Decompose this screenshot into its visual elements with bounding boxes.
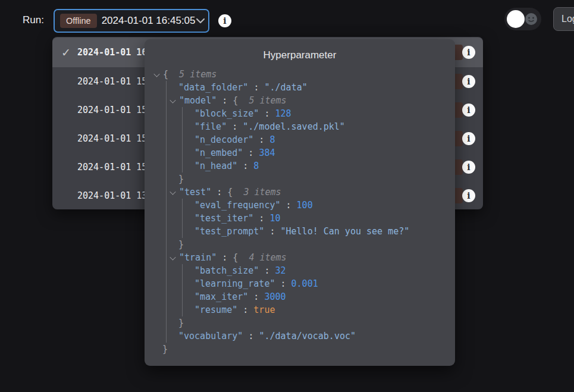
json-key: "learning_rate" xyxy=(195,278,275,289)
json-tree-line: "max_iter" : 3000 xyxy=(145,290,455,303)
json-colon: : xyxy=(253,213,269,224)
info-icon[interactable]: i xyxy=(218,14,231,27)
json-value: "./model.saved.pkl" xyxy=(243,121,345,132)
json-close-brace: } xyxy=(178,174,184,184)
json-tree-line: "data_folder" : "./data" xyxy=(145,81,455,94)
json-tree-line: } xyxy=(145,238,455,251)
json-tree-line: "model" : { 5 items xyxy=(145,94,455,107)
json-items-count: 5 items xyxy=(179,69,217,80)
json-colon: : xyxy=(217,252,233,263)
smiley-face-icon xyxy=(525,12,538,28)
json-close-brace: } xyxy=(178,318,184,328)
json-key: "eval_frequency" xyxy=(195,200,281,211)
json-tree-line: "resume" : true xyxy=(145,303,455,316)
toggle-knob[interactable] xyxy=(507,10,525,28)
json-value: 32 xyxy=(275,265,286,276)
json-tree-line: "n_embed" : 384 xyxy=(145,146,455,159)
run-timestamp: 2024-01-01 15 xyxy=(77,133,147,144)
json-tree-line: } xyxy=(145,316,455,330)
run-label: Run: xyxy=(23,14,44,26)
json-colon: : xyxy=(264,226,280,237)
json-tree-line: "n_head" : 8 xyxy=(145,159,455,173)
json-colon: : xyxy=(248,82,264,93)
json-items-count: 5 items xyxy=(249,95,286,106)
collapse-arrow-icon[interactable] xyxy=(170,97,175,103)
json-value: "./data" xyxy=(265,82,308,93)
log-button[interactable]: Log xyxy=(553,7,574,31)
run-timestamp: 2024-01-01 15 xyxy=(77,162,147,173)
popover-title: Hyperparameter xyxy=(145,39,455,61)
json-tree-line: "train" : { 4 items xyxy=(145,251,455,264)
json-colon: : xyxy=(248,291,264,302)
hyperparameter-popover: Hyperparameter { 5 items"data_folder" : … xyxy=(145,39,455,366)
collapse-arrow-icon[interactable] xyxy=(170,189,175,195)
indent-guide xyxy=(166,81,167,343)
check-icon: ✓ xyxy=(59,46,73,59)
json-value: "./data/vocab.voc" xyxy=(259,331,356,341)
json-value: 3000 xyxy=(264,291,286,302)
theme-toggle[interactable] xyxy=(504,8,541,30)
json-key: "batch_size" xyxy=(195,265,259,276)
json-tree-line: "test_prompt" : "Hello! Can you see me?" xyxy=(145,225,455,238)
json-colon: : xyxy=(227,121,243,132)
json-colon: : xyxy=(217,95,233,106)
info-icon[interactable]: i xyxy=(462,75,475,88)
json-tree-line: "batch_size" : 32 xyxy=(145,264,455,277)
info-icon[interactable]: i xyxy=(462,46,475,59)
info-icon[interactable]: i xyxy=(462,189,475,202)
json-tree-line: "file" : "./model.saved.pkl" xyxy=(145,120,455,133)
json-colon: : xyxy=(237,305,253,315)
json-open-brace: { xyxy=(233,95,249,106)
chevron-down-icon xyxy=(196,18,205,24)
json-tree-line: "n_decoder" : 8 xyxy=(145,133,455,146)
run-timestamp: 2024-01-01 13 xyxy=(77,190,147,201)
json-close-brace: } xyxy=(178,239,184,250)
json-key: "test" xyxy=(179,187,211,197)
json-colon: : xyxy=(275,278,291,289)
json-tree-line: } xyxy=(145,173,455,186)
json-value: true xyxy=(253,305,275,315)
run-timestamp: 2024-01-01 15 xyxy=(77,105,147,115)
json-items-count: 4 items xyxy=(249,252,286,263)
json-colon: : xyxy=(237,161,253,171)
run-selector-value: 2024-01-01 16:45:05 xyxy=(102,15,196,27)
json-key: "test_prompt" xyxy=(195,226,264,237)
run-selector[interactable]: Offline 2024-01-01 16:45:05 xyxy=(54,9,209,33)
json-value: 128 xyxy=(275,108,291,119)
json-tree: { 5 items"data_folder" : "./data""model"… xyxy=(145,68,455,366)
json-key: "n_decoder" xyxy=(195,134,253,145)
json-key: "data_folder" xyxy=(178,82,248,93)
json-key: "max_iter" xyxy=(195,291,248,302)
json-colon: : xyxy=(243,148,259,158)
indent-guide xyxy=(182,264,183,316)
json-key: "file" xyxy=(195,121,227,132)
json-value: 384 xyxy=(259,148,275,158)
json-value: 10 xyxy=(269,213,280,224)
json-close-brace: } xyxy=(162,344,168,355)
json-colon: : xyxy=(243,331,259,341)
json-colon: : xyxy=(259,265,275,276)
json-value: 0.001 xyxy=(291,278,318,289)
json-colon: : xyxy=(259,108,275,119)
json-key: "test_iter" xyxy=(195,213,253,224)
json-open-brace: { xyxy=(163,69,179,80)
info-icon[interactable]: i xyxy=(462,104,475,117)
info-icon[interactable]: i xyxy=(462,161,475,174)
collapse-arrow-icon[interactable] xyxy=(170,254,175,260)
json-key: "n_embed" xyxy=(195,148,243,158)
json-tree-line: } xyxy=(145,343,455,356)
json-open-brace: { xyxy=(227,187,243,197)
json-key: "train" xyxy=(179,252,217,263)
json-open-brace: { xyxy=(233,252,249,263)
info-icon[interactable]: i xyxy=(462,132,475,145)
json-tree-line: "test_iter" : 10 xyxy=(145,212,455,225)
json-value: 8 xyxy=(269,134,275,145)
json-tree-line: "eval_frequency" : 100 xyxy=(145,199,455,212)
json-key: "block_size" xyxy=(195,108,259,119)
collapse-arrow-icon[interactable] xyxy=(153,71,159,77)
json-tree-line: { 5 items xyxy=(145,68,455,81)
json-items-count: 3 items xyxy=(243,187,281,197)
json-value: 100 xyxy=(297,200,313,211)
indent-guide xyxy=(182,107,183,173)
run-timestamp: 2024-01-01 15 xyxy=(77,76,147,87)
